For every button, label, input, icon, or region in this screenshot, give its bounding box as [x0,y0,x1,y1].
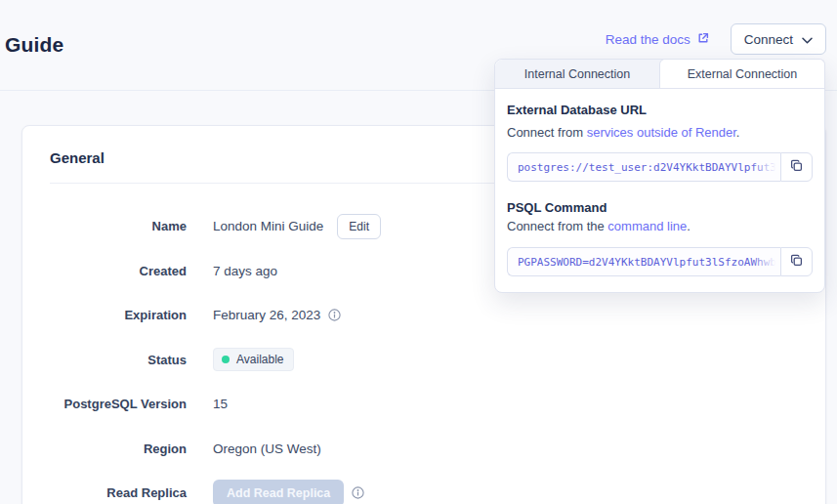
external-database-url-input[interactable]: postgres://test_user:d2V4YKktBDAYVlpfut3… [507,152,780,182]
created-value: 7 days ago [213,264,277,278]
postgresql-version-label: PostgreSQL Version [50,397,187,411]
read-replica-label: Read Replica [50,485,187,500]
region-label: Region [50,441,187,456]
external-database-url-desc: Connect from services outside of Render. [507,125,813,140]
tab-internal-connection[interactable]: Internal Connection [495,60,659,88]
external-database-url-field: postgres://test_user:d2V4YKktBDAYVlpfut3… [507,152,813,182]
command-line-link[interactable]: command line [607,219,687,233]
copy-external-url-button[interactable] [780,152,813,182]
read-the-docs-label: Read the docs [606,32,691,47]
postgresql-version-value: 15 [213,397,228,411]
add-read-replica-button[interactable]: Add Read Replica [213,480,344,504]
external-database-url-section: External Database URL Connect from servi… [507,103,813,182]
header-actions: Read the docs Connect [606,23,826,55]
external-database-url-value: postgres://test_user:d2V4YKktBDAYVlpfut3… [518,161,780,174]
tab-external-connection[interactable]: External Connection [659,59,825,88]
status-badge: Available [213,348,294,371]
edit-name-button[interactable]: Edit [337,214,381,239]
name-value: London Mini Guide [213,219,323,233]
created-label: Created [50,264,187,278]
copy-psql-command-button[interactable] [780,247,813,276]
psql-command-heading: PSQL Command [507,200,813,215]
connect-button-label: Connect [744,32,793,47]
psql-command-section: PSQL Command Connect from the command li… [507,200,813,276]
psql-desc-suffix: . [687,219,691,233]
read-replica-info-icon[interactable] [352,486,364,499]
connect-button[interactable]: Connect [731,23,826,55]
external-desc-suffix: . [736,125,740,140]
copy-icon [790,254,803,270]
psql-command-field: PGPASSWORD=d2V4YKktBDAYVlpfut3lSfzoAWhwb… [507,247,813,276]
read-the-docs-link[interactable]: Read the docs [606,32,709,47]
status-badge-label: Available [236,353,283,366]
row-read-replica: Read Replica Add Read Replica [22,471,825,504]
code-fade [751,153,780,181]
row-postgresql-version: PostgreSQL Version 15 [22,382,825,427]
external-desc-prefix: Connect from [507,125,587,140]
status-available-dot-icon [222,356,230,363]
row-expiration: Expiration February 26, 2023 [22,293,825,338]
code-fade [751,248,780,275]
expiration-label: Expiration [50,308,187,322]
expiration-info-icon[interactable] [328,309,341,321]
external-link-icon [697,32,709,47]
psql-command-value: PGPASSWORD=d2V4YKktBDAYVlpfut3lSfzoAWhwb… [518,256,780,269]
psql-desc-prefix: Connect from the [507,219,607,233]
expiration-value: February 26, 2023 [213,308,320,322]
region-value: Oregon (US West) [213,441,321,456]
services-outside-render-link[interactable]: services outside of Render [587,125,736,140]
connect-popover: Internal Connection External Connection … [494,59,825,293]
row-status: Status Available [22,338,825,383]
psql-command-desc: Connect from the command line. [507,219,813,233]
page-title: Guide [5,33,64,57]
row-region: Region Oregon (US West) [22,427,825,472]
psql-command-input[interactable]: PGPASSWORD=d2V4YKktBDAYVlpfut3lSfzoAWhwb… [507,247,780,276]
copy-icon [790,159,803,175]
chevron-down-icon [802,32,813,47]
status-label: Status [50,353,187,367]
connect-popover-content: External Database URL Connect from servi… [495,89,824,292]
name-label: Name [50,219,187,233]
external-database-url-heading: External Database URL [507,103,813,117]
connection-tabs: Internal Connection External Connection [495,60,824,89]
